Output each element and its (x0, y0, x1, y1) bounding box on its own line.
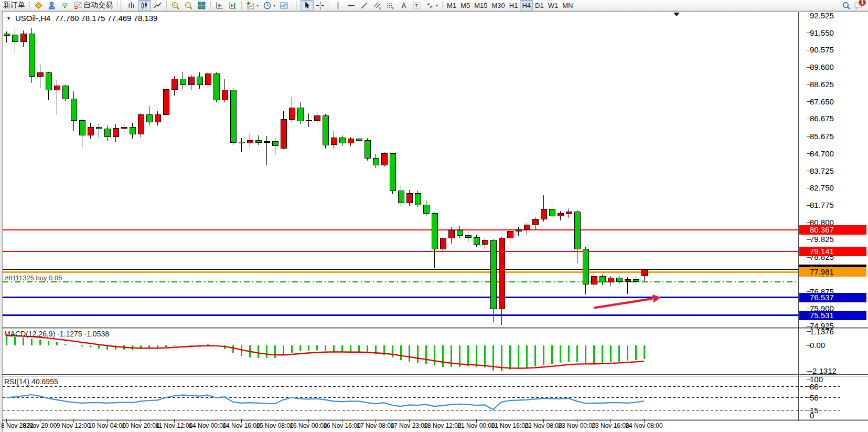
auto-trading-button[interactable]: 自动交易 (71, 0, 115, 11)
line-chart-icon (153, 1, 162, 10)
time-tick: 16 Nov 00:00 (290, 422, 327, 429)
timeframe-h4-button[interactable]: H4 (520, 0, 533, 11)
new-order-button-label: 新订单 (3, 1, 25, 10)
price-tick: 92.525 (810, 11, 834, 20)
vertical-line-button[interactable] (331, 0, 345, 11)
chart-shift-marker[interactable] (673, 13, 680, 16)
timeframe-d1-button[interactable]: D1 (533, 0, 546, 11)
price-tick: 82.750 (810, 183, 834, 192)
new-order-button[interactable]: 新订单 (1, 0, 27, 11)
line-chart-button[interactable] (151, 0, 164, 11)
horizontal-line-button[interactable] (345, 0, 358, 11)
macd-signal-line (6, 335, 644, 368)
chevron-down-icon: ▾ (273, 3, 275, 8)
time-tick: 23 Nov 00:00 (558, 422, 595, 429)
chart-ohlc-values: 77.760 78.175 77.469 78.139 (55, 14, 157, 23)
svg-text:T: T (415, 3, 418, 8)
support-line-2-price-label: 75.531 (799, 311, 866, 320)
price-tick: 81.775 (810, 201, 834, 209)
notifications-button[interactable]: 1 (854, 1, 863, 10)
svg-text:E: E (379, 5, 382, 9)
toolbar-separator (442, 1, 443, 9)
search-button[interactable] (842, 1, 851, 10)
price-tick: 87.650 (810, 97, 834, 106)
timeframe-w1-button-label: W1 (548, 2, 559, 9)
rsi-line (6, 395, 644, 409)
toolbar: 新订单自动交易▾▾EFAT▾M1M5M15M30H1H4D1W1MN1 (0, 0, 868, 11)
templates-button[interactable] (277, 0, 291, 11)
auto-scroll-button[interactable] (213, 0, 226, 11)
timeframe-h1-button-label: H1 (509, 2, 518, 9)
time-tick: 21 Nov 00:00 (457, 422, 495, 429)
bar-chart-icon (127, 1, 136, 10)
indicators-button[interactable]: ▾ (244, 0, 261, 11)
rsi-tick: 50 (810, 393, 819, 402)
hline-icon (347, 1, 356, 10)
rsi-tick: 80 (810, 382, 819, 391)
cursor-icon (303, 1, 312, 10)
quotes-button[interactable] (32, 0, 45, 11)
timeframe-m30-button[interactable]: M30 (489, 0, 507, 11)
zoom-in-button[interactable] (169, 0, 182, 11)
arrows-button[interactable]: ▾ (423, 0, 440, 11)
timeframe-m5-button[interactable]: M5 (458, 0, 472, 11)
chart-menu-arrow[interactable]: ▼ (6, 16, 11, 21)
channel-icon: E (373, 1, 382, 10)
text-icon: A (399, 1, 408, 10)
rsi-tick: 0 (810, 411, 814, 420)
toolbar-separator (329, 1, 329, 9)
support-line-1-price-label: 76.537 (799, 293, 866, 302)
timeframe-w1-button[interactable]: W1 (546, 0, 561, 11)
fibonacci-button[interactable]: F (384, 0, 397, 11)
time-tick: 24 Nov 08:00 (625, 422, 662, 429)
toolbar-separator (293, 1, 293, 9)
timeframe-m15-button-label: M15 (474, 2, 487, 9)
accounts-button[interactable] (45, 0, 58, 11)
tile-windows-button[interactable] (195, 0, 208, 11)
arrows-icon (425, 1, 434, 10)
signal-icon (60, 1, 69, 10)
macd-indicator-label: MACD(12,26,9) -1.1275 -1.0538 (4, 330, 109, 338)
orange-level-line-price-label: 77.981 (799, 267, 866, 277)
timeframe-mn-button[interactable]: MN (560, 0, 575, 11)
candlestick-chart-button[interactable] (138, 0, 151, 11)
chart-shift-button[interactable] (226, 0, 239, 11)
trendline-icon (360, 1, 369, 10)
signal-button[interactable] (58, 0, 71, 11)
trendline-button[interactable] (358, 0, 371, 11)
equidistant-channel-button[interactable]: E (371, 0, 384, 11)
chart-symbol-period: USOil-,H4 (15, 14, 51, 23)
chart-canvas[interactable] (0, 0, 868, 432)
time-tick: 10 Nov 04:00 (88, 422, 125, 429)
time-tick: 18 Nov 12:00 (424, 422, 461, 429)
time-tick: 16 Nov 16:00 (323, 422, 360, 429)
time-tick: 9 Nov 12:00 (57, 422, 91, 429)
timeframe-m30-button-label: M30 (491, 2, 505, 9)
text-button[interactable]: A (397, 0, 410, 11)
timeframe-m1-button[interactable]: M1 (445, 0, 458, 11)
cursor-button[interactable] (301, 0, 314, 11)
auto-scroll-icon (215, 1, 224, 10)
toolbar-grip (296, 2, 298, 9)
trend-arrow[interactable] (594, 294, 661, 308)
timeframe-h1-button[interactable]: H1 (507, 0, 520, 11)
toolbar-grip (120, 2, 123, 9)
bar-chart-button[interactable] (125, 0, 138, 11)
price-tick: 89.600 (810, 62, 834, 71)
crosshair-button[interactable] (314, 0, 327, 11)
zoom-out-button[interactable] (182, 0, 195, 11)
macd-histogram (7, 336, 645, 371)
timeframe-h4-button-label: H4 (522, 2, 531, 9)
time-tick: 14 Nov 16:00 (222, 422, 260, 429)
time-tick: 10 Nov 20:00 (122, 422, 159, 429)
toolbar-separator (29, 1, 30, 9)
toolbar-separator (241, 1, 242, 9)
periods-button[interactable]: ▾ (261, 0, 277, 11)
timeframe-m15-button[interactable]: M15 (472, 0, 489, 11)
zoom-in-icon (171, 1, 180, 10)
chevron-down-icon: ▾ (256, 3, 259, 8)
quotes-icon (34, 1, 43, 10)
candle-chart-icon (140, 1, 149, 10)
text-label-button[interactable]: T (410, 0, 423, 11)
open-order-label: #8111325 buy 0.05 (5, 274, 62, 282)
